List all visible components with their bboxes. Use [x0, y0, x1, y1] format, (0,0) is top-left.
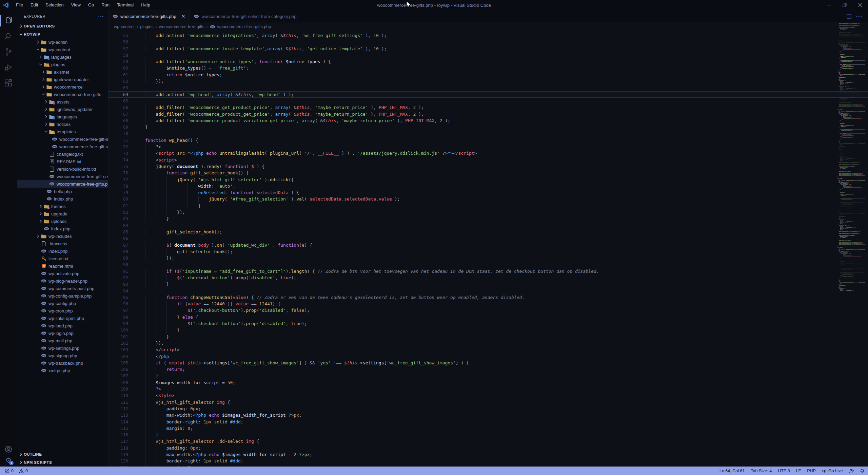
line-number[interactable]: 60 — [108, 65, 128, 71]
open-editors-section[interactable]: OPEN EDITORS — [17, 22, 108, 30]
tree-folder-upgrade[interactable]: upgrade — [17, 210, 108, 217]
line-number[interactable]: 64 — [108, 91, 128, 98]
status-ln-64-col-61[interactable]: Ln 64, Col 61 — [719, 469, 745, 473]
tree-file-readme-html[interactable]: 5readme.html — [17, 262, 108, 270]
breadcrumb-item[interactable]: plugins — [140, 24, 154, 29]
workspace-root[interactable]: ROYWIP — [17, 30, 108, 38]
status-error[interactable]: 0 — [5, 469, 14, 473]
line-number[interactable]: 67 — [108, 111, 128, 117]
tree-file-wp-config-php[interactable]: phpwp-config.php — [17, 300, 108, 307]
search-icon[interactable] — [0, 28, 17, 44]
tree-folder-templates[interactable]: templates — [17, 128, 108, 135]
line-number[interactable]: 66 — [108, 104, 128, 111]
source-control-icon[interactable] — [0, 44, 17, 60]
tab-woocommerce-free-gifts-php[interactable]: phpwoocommerce-free-gifts.php✕ — [108, 10, 190, 22]
tree-file-wp-trackback-php[interactable]: phpwp-trackback.php — [17, 359, 108, 367]
code-editor[interactable]: 55 add_action( 'woocommerce_integrations… — [108, 31, 868, 467]
line-number[interactable]: 113 — [108, 412, 128, 418]
tree-folder-wp-admin[interactable]: wp-admin — [17, 38, 108, 46]
line-number[interactable]: 114 — [108, 419, 128, 425]
code-line-68[interactable]: 68 add_filter( 'woocommerce_product_vari… — [108, 117, 868, 124]
tree-file-wp-login-php[interactable]: phpwp-login.php — [17, 329, 108, 337]
line-number[interactable]: 55 — [108, 32, 128, 39]
line-number[interactable]: 75 — [108, 163, 128, 170]
code-line-62[interactable]: 62 }); — [108, 78, 868, 84]
code-line-80[interactable]: 80 jQuery( '#free_gift_selection' ).val(… — [108, 196, 868, 202]
line-number[interactable]: 81 — [108, 203, 128, 209]
code-line-81[interactable]: 81 } — [108, 203, 868, 209]
tree-folder-ignitewoo-updater[interactable]: ignitewoo-updater — [17, 76, 108, 83]
line-number[interactable]: 121 — [108, 464, 128, 467]
line-number[interactable]: 105 — [108, 360, 128, 366]
line-number[interactable]: 76 — [108, 170, 128, 176]
tree-folder-akismet[interactable]: akismet — [17, 68, 108, 76]
line-number[interactable]: 104 — [108, 353, 128, 360]
line-number[interactable]: 93 — [108, 281, 128, 287]
line-number[interactable]: 107 — [108, 373, 128, 379]
line-number[interactable]: 94 — [108, 288, 128, 294]
line-number[interactable]: 65 — [108, 98, 128, 104]
line-number[interactable]: 83 — [108, 215, 128, 222]
code-line-66[interactable]: 66 add_filter( 'woocommerce_get_product_… — [108, 104, 868, 111]
code-line-74[interactable]: 74 <script> — [108, 157, 868, 163]
line-number[interactable]: 92 — [108, 274, 128, 281]
code-line-82[interactable]: 82 }); — [108, 209, 868, 215]
npm-scripts-section[interactable]: NPM SCRIPTS — [17, 458, 108, 467]
line-number[interactable]: 70 — [108, 130, 128, 137]
line-number[interactable]: 90 — [108, 261, 128, 268]
line-number[interactable]: 100 — [108, 327, 128, 333]
tree-folder-plugins[interactable]: plugins — [17, 61, 108, 68]
status-lf[interactable]: LF — [796, 469, 801, 473]
code-line-103[interactable]: 103 </script> — [108, 346, 868, 353]
close-tab-icon[interactable]: ✕ — [181, 14, 185, 19]
tree-file-wp-comments-post-php[interactable]: phpwp-comments-post.php — [17, 285, 108, 292]
line-number[interactable]: 106 — [108, 366, 128, 373]
code-line-96[interactable]: 96 if (value == 12440 || value == 12441)… — [108, 301, 868, 307]
status-broadcast[interactable]: Go Live — [822, 469, 843, 473]
status-utf-8[interactable]: UTF-8 — [778, 469, 790, 473]
tree-file-index-php[interactable]: phpindex.php — [17, 247, 108, 255]
line-number[interactable]: 89 — [108, 255, 128, 261]
code-line-56[interactable]: 56 — [108, 39, 868, 45]
line-number[interactable]: 118 — [108, 445, 128, 451]
tree-folder-uploads[interactable]: uploads — [17, 217, 108, 225]
tree-folder-themes[interactable]: themes — [17, 203, 108, 210]
tree-file-index-php[interactable]: phpindex.php — [17, 195, 108, 203]
code-line-72[interactable]: 72 ?> — [108, 144, 868, 150]
line-number[interactable]: 63 — [108, 84, 128, 91]
code-line-60[interactable]: 60 $notice_types[] = 'free_gift'; — [108, 65, 868, 71]
code-line-105[interactable]: 105 if ( empty( $this->settings['wc_free… — [108, 360, 868, 366]
tree-file--htaccess[interactable]: .htaccess — [17, 240, 108, 247]
tree-folder-woocommerce-free-gifts[interactable]: woocommerce-free-gifts — [17, 91, 108, 98]
close-icon[interactable] — [852, 0, 868, 10]
run-debug-icon[interactable] — [0, 60, 17, 75]
code-line-102[interactable]: 102 }); — [108, 340, 868, 346]
tree-file-wp-activate-php[interactable]: phpwp-activate.php — [17, 270, 108, 277]
tree-file-wp-blog-header-php[interactable]: phpwp-blog-header.php — [17, 277, 108, 285]
line-number[interactable]: 82 — [108, 209, 128, 215]
code-line-115[interactable]: 115 margin: 0; — [108, 425, 868, 432]
code-line-61[interactable]: 61 return $notice_types; — [108, 72, 868, 78]
tree-file-woocommerce-free-gift-single-[interactable]: phpwoocommerce-free-gift-single... — [17, 143, 108, 150]
line-number[interactable]: 96 — [108, 301, 128, 307]
menu-edit[interactable]: Edit — [27, 0, 42, 10]
status-php[interactable]: PHP — [807, 469, 816, 473]
restore-icon[interactable] — [837, 0, 852, 10]
status-warning[interactable]: 0 — [19, 469, 28, 473]
status-bell[interactable] — [860, 469, 865, 473]
split-editor-icon[interactable] — [847, 14, 851, 19]
tree-folder-languages[interactable]: languages — [17, 113, 108, 120]
code-line-58[interactable]: 58 — [108, 52, 868, 58]
code-line-117[interactable]: 117 #js_html_gift_selector .dd-select im… — [108, 438, 868, 444]
tree-file-wp-signup-php[interactable]: phpwp-signup.php — [17, 352, 108, 359]
line-number[interactable]: 84 — [108, 222, 128, 229]
line-number[interactable]: 57 — [108, 45, 128, 52]
line-number[interactable]: 102 — [108, 340, 128, 346]
breadcrumb-item[interactable]: wp-content — [114, 24, 135, 29]
code-line-67[interactable]: 67 add_filter( 'woocommerce_product_get_… — [108, 111, 868, 117]
status-feedback[interactable] — [849, 469, 854, 473]
code-line-95[interactable]: 95 function changeButtonCSS(value) { // … — [108, 294, 868, 301]
code-line-110[interactable]: 110 <style> — [108, 392, 868, 399]
code-line-94[interactable]: 94 — [108, 288, 868, 294]
code-line-79[interactable]: 79 onSelected: function( selectedData ) … — [108, 189, 868, 196]
